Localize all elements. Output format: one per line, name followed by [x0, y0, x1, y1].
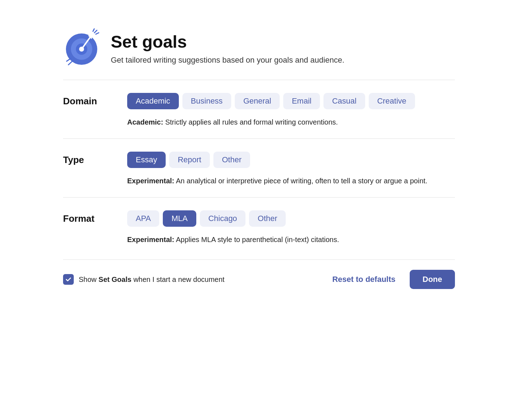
type-section: Type Essay Report Other Experimental: An… — [63, 139, 455, 197]
checkbox-label-bold: Set Goals — [99, 275, 131, 283]
format-chip-mla[interactable]: MLA — [163, 210, 196, 227]
domain-chip-business[interactable]: Business — [182, 93, 231, 109]
format-description-text: Applies MLA style to parenthetical (in-t… — [174, 236, 339, 243]
format-section: Format APA MLA Chicago Other Experimenta… — [63, 198, 455, 256]
checkbox-label: Show Set Goals when I start a new docume… — [79, 275, 224, 284]
format-chips: APA MLA Chicago Other — [127, 210, 455, 227]
domain-description-text: Strictly applies all rules and formal wr… — [163, 118, 338, 126]
domain-chips: Academic Business General Email Casual C… — [127, 93, 455, 109]
domain-chip-creative[interactable]: Creative — [369, 93, 415, 109]
show-goals-checkbox-wrapper[interactable]: Show Set Goals when I start a new docume… — [63, 274, 224, 285]
checkbox-custom — [63, 274, 74, 285]
checkbox-label-suffix: when I start a new document — [131, 275, 224, 283]
domain-chip-general[interactable]: General — [235, 93, 280, 109]
footer-right: Reset to defaults Done — [325, 270, 455, 289]
header-text: Set goals Get tailored writing suggestio… — [111, 33, 345, 65]
domain-section: Domain Academic Business General Email C… — [63, 80, 455, 138]
type-chip-other[interactable]: Other — [213, 152, 250, 168]
type-content: Essay Report Other Experimental: An anal… — [127, 152, 455, 187]
domain-description-label: Academic: — [127, 118, 163, 126]
modal-footer: Show Set Goals when I start a new docume… — [63, 259, 455, 302]
domain-chip-academic[interactable]: Academic — [127, 93, 179, 109]
svg-line-8 — [93, 28, 94, 31]
format-content: APA MLA Chicago Other Experimental: Appl… — [127, 210, 455, 245]
reset-button[interactable]: Reset to defaults — [325, 271, 403, 288]
type-description-text: An analytical or interpretive piece of w… — [174, 177, 427, 185]
format-description-label: Experimental: — [127, 236, 174, 243]
type-chip-report[interactable]: Report — [169, 152, 210, 168]
type-chips: Essay Report Other — [127, 152, 455, 168]
domain-content: Academic Business General Email Casual C… — [127, 93, 455, 128]
done-button[interactable]: Done — [410, 270, 455, 289]
type-description: Experimental: An analytical or interpret… — [127, 175, 455, 187]
type-chip-essay[interactable]: Essay — [127, 152, 166, 168]
svg-line-7 — [96, 33, 99, 34]
target-icon — [63, 28, 102, 69]
type-label: Type — [63, 152, 127, 166]
domain-description: Academic: Strictly applies all rules and… — [127, 116, 455, 128]
page-subtitle: Get tailored writing suggestions based o… — [111, 56, 345, 65]
format-chip-chicago[interactable]: Chicago — [200, 210, 246, 227]
svg-line-6 — [94, 30, 97, 33]
checkmark-icon — [65, 276, 72, 283]
format-label: Format — [63, 210, 127, 224]
domain-chip-email[interactable]: Email — [283, 93, 320, 109]
svg-line-9 — [68, 61, 73, 65]
page-title: Set goals — [111, 33, 345, 52]
modal-header: Set goals Get tailored writing suggestio… — [63, 28, 455, 69]
format-chip-other[interactable]: Other — [249, 210, 286, 227]
domain-chip-casual[interactable]: Casual — [323, 93, 365, 109]
checkbox-label-prefix: Show — [79, 275, 99, 283]
format-description: Experimental: Applies MLA style to paren… — [127, 234, 455, 245]
footer-left: Show Set Goals when I start a new docume… — [63, 274, 224, 285]
format-chip-apa[interactable]: APA — [127, 210, 159, 227]
domain-label: Domain — [63, 93, 127, 107]
type-description-label: Experimental: — [127, 177, 174, 185]
set-goals-modal: Set goals Get tailored writing suggestio… — [45, 14, 473, 302]
